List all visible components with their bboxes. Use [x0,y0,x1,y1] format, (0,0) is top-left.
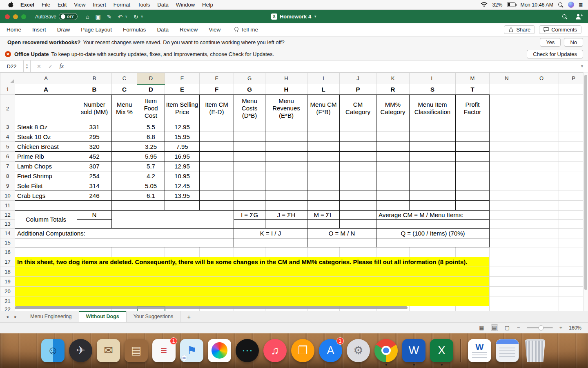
formula-q[interactable]: Q = (100 / Items) (70%) [376,229,490,238]
cell[interactable] [456,181,490,191]
cell[interactable]: E [165,84,200,95]
cell[interactable] [410,191,456,201]
dock-messages-dots[interactable]: ⋯ [236,339,259,362]
cell[interactable]: Menu CM (F*B) [307,95,340,122]
add-sheet-button[interactable]: + [180,311,197,322]
dock-photos[interactable] [208,339,231,362]
cell[interactable] [490,296,524,306]
zoom-slider[interactable] [527,327,553,328]
cell[interactable]: T [456,84,490,95]
cell[interactable] [524,257,559,267]
cell[interactable] [376,191,410,201]
cell[interactable] [524,220,559,229]
cell[interactable] [234,181,265,191]
dock-browser-window[interactable] [496,339,519,362]
formula-input[interactable] [64,61,580,72]
item-name[interactable]: Crab Legs [15,191,77,201]
cell[interactable] [200,181,234,191]
workbook-search-icon[interactable] [562,14,568,20]
spotlight-search-icon[interactable] [558,2,564,8]
horizontal-scrollbar[interactable] [15,306,408,309]
next-sheet-icon[interactable]: ▸ [15,314,17,319]
cell[interactable] [410,247,456,257]
stepper-up-icon[interactable]: ▴ [26,63,28,66]
cell[interactable] [524,181,559,191]
food-cost[interactable]: 3.25 [137,142,165,152]
cell[interactable] [265,162,307,171]
menu-file[interactable]: File [38,2,54,8]
cell[interactable] [340,152,376,162]
cell[interactable] [456,306,490,312]
cell[interactable] [112,171,137,181]
cell[interactable] [234,142,265,152]
dock-launchpad[interactable]: ✈ [69,339,92,362]
cell[interactable] [307,181,340,191]
menu-insert[interactable]: Insert [89,2,110,8]
row-header-20[interactable]: 20 [0,287,15,296]
cell[interactable] [15,267,490,277]
autosave-control[interactable]: AutoSave OFF [35,13,78,20]
cell[interactable] [524,267,559,277]
zoom-level[interactable]: 160% [569,325,581,331]
redo-icon[interactable]: ↻ [134,13,138,20]
cell[interactable] [524,171,559,181]
food-cost[interactable]: 5.95 [137,152,165,162]
edit-icon[interactable]: ✎ [107,13,112,20]
zoom-in-icon[interactable]: + [559,325,564,331]
sum-l-formula[interactable]: M = ΣL [307,211,340,220]
cell[interactable] [15,201,77,211]
cell[interactable] [77,220,112,229]
column-header-D[interactable]: D [137,73,165,84]
menu-help[interactable]: Help [198,2,217,8]
cell[interactable] [456,162,490,171]
cell[interactable] [376,247,410,257]
cell[interactable] [490,162,524,171]
cell[interactable] [234,247,265,257]
apple-menu[interactable] [5,2,17,8]
cell[interactable]: C [112,84,137,95]
cell[interactable] [524,132,559,142]
dock-excel[interactable]: X [430,339,453,362]
cell[interactable] [15,277,490,287]
totals-n[interactable]: N [77,211,112,220]
cell[interactable] [524,142,559,152]
cell[interactable] [490,220,524,229]
cell[interactable] [234,191,265,201]
sheet-tab-menu-engineering[interactable]: Menu Engineering [23,311,79,322]
cell[interactable] [524,287,559,296]
formula-k[interactable]: K = I / J [234,229,307,238]
cell[interactable]: S [410,84,456,95]
additional-computations-label[interactable]: Additional Computations: [15,229,137,238]
cell[interactable]: MM% Category [376,95,410,122]
cell[interactable] [112,132,137,142]
cell[interactable]: Menu Mix % [112,95,137,122]
sum-g-formula[interactable]: I = ΣG [234,211,265,220]
column-header-N[interactable]: N [490,73,524,84]
cell[interactable] [234,238,307,247]
dock-trash[interactable] [523,339,547,362]
column-header-G[interactable]: G [234,73,265,84]
cell[interactable] [265,142,307,152]
cell[interactable] [307,132,340,142]
cell[interactable]: P [340,84,376,95]
column-header-C[interactable]: C [112,73,137,84]
cell[interactable] [234,201,265,211]
cell[interactable] [15,287,490,296]
comments-button[interactable]: Comments [539,25,581,34]
row-header-3[interactable]: 3 [0,122,15,132]
number-sold[interactable]: 246 [77,191,112,201]
dock-maps[interactable]: ⚑3D [180,339,203,362]
cell[interactable] [456,152,490,162]
cell[interactable]: CM Category [340,95,376,122]
cell[interactable] [307,142,340,152]
close-window-button[interactable] [5,14,10,19]
cell[interactable] [265,220,307,229]
cell[interactable] [524,201,559,211]
cell[interactable]: Item Selling Price [165,95,200,122]
cell[interactable] [376,152,410,162]
column-header-L[interactable]: L [410,73,456,84]
cell[interactable] [490,122,524,132]
cell[interactable] [376,181,410,191]
food-cost[interactable]: 5.5 [137,122,165,132]
battery-icon[interactable] [507,2,516,7]
